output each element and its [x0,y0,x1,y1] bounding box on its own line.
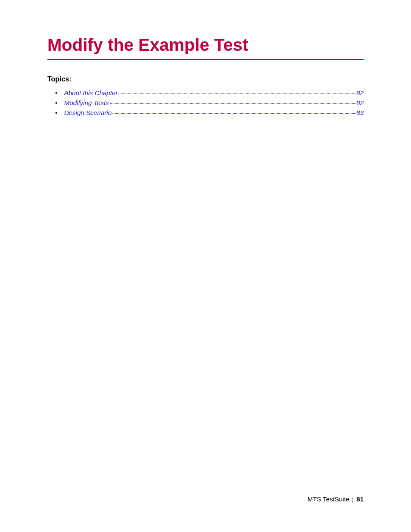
bullet-icon: • [55,109,57,116]
toc-item: • About this Chapter 82 [55,89,364,96]
toc-leader [118,93,355,94]
footer-product-name: MTS TestSuite [308,495,349,503]
toc-link-design-scenario[interactable]: Design Scenario [64,109,112,116]
toc-list: • About this Chapter 82 • Modifying Test… [47,89,364,116]
bullet-icon: • [55,100,57,106]
toc-item: • Design Scenario 83 [55,109,364,116]
toc-page-number[interactable]: 82 [356,99,364,106]
toc-page-number[interactable]: 82 [356,89,364,96]
topics-label: Topics: [47,75,364,83]
page-footer: MTS TestSuite | 81 [308,495,364,503]
footer-page-number: 81 [356,495,364,503]
footer-separator: | [352,495,354,503]
page-content: Modify the Example Test Topics: • About … [0,0,411,116]
toc-link-about-this-chapter[interactable]: About this Chapter [64,89,118,96]
toc-link-modifying-tests[interactable]: Modifying Tests [64,99,109,106]
toc-page-number[interactable]: 83 [356,109,364,116]
chapter-title: Modify the Example Test [47,35,364,60]
toc-item: • Modifying Tests 82 [55,99,364,106]
toc-leader [110,103,356,104]
toc-leader [112,113,355,114]
bullet-icon: • [55,90,57,96]
